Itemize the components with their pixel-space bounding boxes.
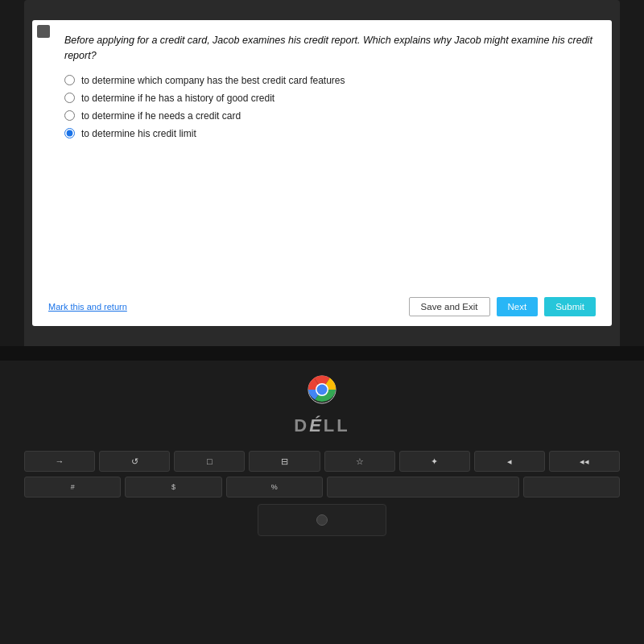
option-label-2[interactable]: to determine if he has a history of good…	[81, 93, 275, 104]
question-text: Before applying for a credit card, Jacob…	[64, 33, 596, 64]
quiz-footer: Mark this and return Save and Exit Next …	[48, 289, 596, 316]
keyboard-area: → ↺ □ ⊟ ☆ ✦ ◂ ◂◂ # $ %	[24, 451, 620, 497]
quiz-panel: Before applying for a credit card, Jacob…	[32, 20, 612, 326]
radio-option-4[interactable]	[64, 128, 75, 138]
save-exit-button[interactable]: Save and Exit	[409, 297, 490, 316]
touchpad[interactable]	[258, 504, 386, 536]
option-label-3[interactable]: to determine if he needs a credit card	[81, 110, 241, 122]
option-item-2: to determine if he has a history of good…	[64, 93, 596, 104]
key-percent[interactable]: %	[226, 477, 323, 497]
laptop-screen: Before applying for a credit card, Jacob…	[24, 0, 620, 346]
key-hash[interactable]: #	[24, 477, 121, 497]
hinge-bar	[0, 346, 644, 361]
chrome-logo-area	[308, 375, 336, 404]
option-label-1[interactable]: to determine which company has the best …	[81, 75, 345, 86]
mark-return-link[interactable]: Mark this and return	[48, 302, 127, 312]
key-brightness-down[interactable]: ☆	[324, 451, 395, 472]
laptop-body: DÉLL → ↺ □ ⊟ ☆ ✦ ◂ ◂◂ # $ %	[0, 346, 644, 644]
key-window[interactable]: □	[174, 451, 245, 472]
option-item-3: to determine if he needs a credit card	[64, 110, 596, 122]
radio-option-2[interactable]	[64, 93, 75, 103]
dell-slash: É	[309, 415, 324, 436]
key-empty[interactable]	[327, 477, 519, 497]
key-refresh[interactable]: ↺	[99, 451, 170, 472]
key-brightness-up[interactable]: ✦	[399, 451, 470, 472]
quiz-panel-icon	[37, 25, 50, 38]
dell-logo: DÉLL	[294, 415, 349, 436]
key-a[interactable]	[523, 477, 620, 497]
option-label-4[interactable]: to determine his credit limit	[81, 128, 196, 139]
keyboard-row-1: → ↺ □ ⊟ ☆ ✦ ◂ ◂◂	[24, 451, 620, 472]
touchpad-dot	[316, 514, 328, 526]
key-fullscreen[interactable]: ⊟	[249, 451, 320, 472]
option-item-4: to determine his credit limit	[64, 128, 596, 139]
key-vol-down[interactable]: ◂◂	[549, 451, 620, 472]
key-dollar[interactable]: $	[125, 477, 221, 497]
options-list: to determine which company has the best …	[64, 75, 596, 146]
option-item-1: to determine which company has the best …	[64, 75, 596, 86]
radio-option-1[interactable]	[64, 75, 75, 85]
next-button[interactable]: Next	[497, 297, 539, 316]
key-mute[interactable]: ◂	[474, 451, 545, 472]
key-tab[interactable]: →	[24, 451, 95, 472]
radio-option-3[interactable]	[64, 110, 75, 121]
keyboard-row-2: # $ %	[24, 477, 620, 497]
svg-point-2	[317, 385, 328, 395]
submit-button[interactable]: Submit	[544, 297, 596, 316]
footer-buttons: Save and Exit Next Submit	[409, 297, 596, 316]
chrome-logo-icon	[308, 375, 336, 404]
